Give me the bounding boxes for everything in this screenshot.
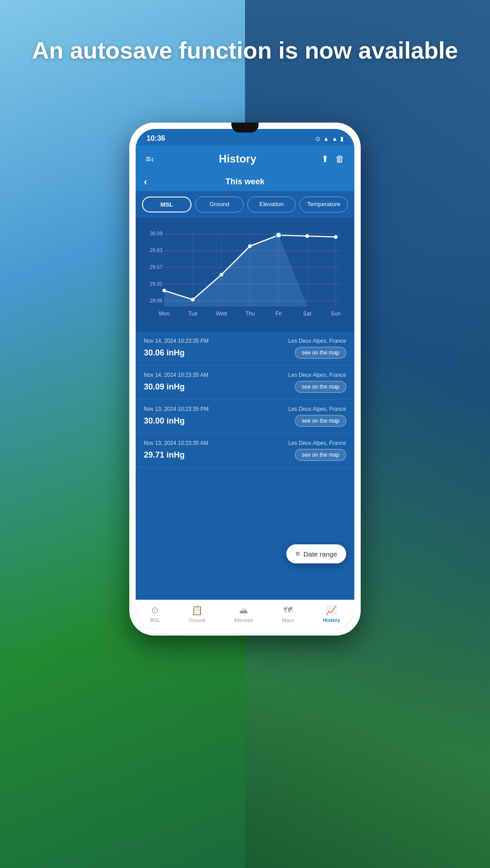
app-header: ≡‹ History ⬆ 🗑 bbox=[136, 145, 354, 173]
svg-text:29.06: 29.06 bbox=[150, 298, 162, 303]
svg-point-19 bbox=[220, 273, 223, 276]
maps-nav-icon: 🗺 bbox=[284, 605, 293, 616]
see-on-map-button[interactable]: see on the map bbox=[295, 381, 346, 393]
svg-point-22 bbox=[305, 234, 309, 238]
phone-screen: 10:36 ⊙ ▲ ▲ ▮ ≡‹ History ⬆ 🗑 ‹ bbox=[136, 129, 354, 629]
data-item-location: Les Deux Alpes, France bbox=[289, 440, 346, 446]
data-item-date: Nov 14, 2024 10:23:35 PM bbox=[144, 338, 209, 344]
history-nav-label: History bbox=[323, 617, 340, 623]
date-range-button[interactable]: ≡ Date range bbox=[286, 544, 346, 563]
week-back-button[interactable]: ‹ bbox=[144, 176, 147, 188]
data-item: Nov 14, 2024 10:23:35 AM Les Deux Alpes,… bbox=[136, 365, 354, 399]
filter-tabs: MSL Ground Elevation Temperature bbox=[136, 191, 354, 218]
svg-point-23 bbox=[334, 235, 338, 239]
data-item: Nov 14, 2024 10:23:35 PM Les Deux Alpes,… bbox=[136, 331, 354, 365]
msl-nav-icon: ⊙ bbox=[151, 605, 159, 616]
status-time: 10:36 bbox=[147, 134, 165, 143]
svg-text:Fri: Fri bbox=[275, 311, 282, 317]
battery-icon: ▮ bbox=[340, 135, 343, 142]
data-item-location: Les Deux Alpes, France bbox=[289, 338, 346, 344]
chart-area: 30.09 29.83 29.57 29.32 29.06 bbox=[136, 218, 354, 331]
see-on-map-button[interactable]: see on the map bbox=[295, 347, 346, 359]
header-actions: ⬆ 🗑 bbox=[321, 153, 344, 164]
svg-point-21 bbox=[276, 232, 281, 238]
nav-item-msl[interactable]: ⊙ MSL bbox=[150, 605, 160, 623]
svg-text:29.57: 29.57 bbox=[150, 264, 162, 270]
data-item-row1: Nov 14, 2024 10:23:35 PM Les Deux Alpes,… bbox=[144, 338, 346, 344]
data-item-date: Nov 14, 2024 10:23:35 AM bbox=[144, 372, 208, 378]
data-item-value: 30.00 inHg bbox=[144, 416, 185, 426]
data-item: Nov 13, 2024 10:23:35 AM Les Deux Alpes,… bbox=[136, 434, 354, 468]
nav-item-history[interactable]: 📈 History bbox=[323, 605, 340, 623]
tab-msl[interactable]: MSL bbox=[142, 197, 191, 212]
ground-nav-label: Ground bbox=[189, 617, 206, 623]
svg-point-20 bbox=[248, 244, 252, 248]
see-on-map-button[interactable]: see on the map bbox=[295, 415, 346, 427]
menu-icon[interactable]: ≡‹ bbox=[146, 154, 154, 164]
svg-text:Tue: Tue bbox=[188, 311, 198, 317]
data-item-value: 30.09 inHg bbox=[144, 382, 185, 392]
phone-frame: 10:36 ⊙ ▲ ▲ ▮ ≡‹ History ⬆ 🗑 ‹ bbox=[129, 123, 361, 636]
wifi-icon: ▲ bbox=[323, 135, 329, 142]
share-icon[interactable]: ⬆ bbox=[321, 153, 329, 164]
tab-temperature[interactable]: Temperature bbox=[299, 197, 348, 212]
data-item-value: 29.71 inHg bbox=[144, 450, 185, 460]
nav-item-altimeter[interactable]: ⛰ Altimeter bbox=[234, 605, 254, 623]
data-item-location: Les Deux Alpes, France bbox=[289, 406, 346, 412]
data-item-location: Les Deux Alpes, France bbox=[289, 372, 346, 378]
svg-text:Thu: Thu bbox=[245, 311, 255, 317]
svg-point-18 bbox=[191, 298, 195, 301]
delete-icon[interactable]: 🗑 bbox=[335, 154, 344, 164]
svg-text:30.09: 30.09 bbox=[150, 231, 162, 236]
phone-mockup: 10:36 ⊙ ▲ ▲ ▮ ≡‹ History ⬆ 🗑 ‹ bbox=[129, 123, 361, 636]
data-item-row2: 30.09 inHg see on the map bbox=[144, 381, 346, 393]
headline: An autosave function is now available bbox=[0, 36, 490, 64]
maps-nav-label: Maps bbox=[282, 617, 294, 623]
data-item-row1: Nov 13, 2024 10:23:35 AM Les Deux Alpes,… bbox=[144, 440, 346, 446]
filter-icon: ≡ bbox=[295, 550, 299, 558]
data-item: Nov 13, 2024 10:23:35 PM Les Deux Alpes,… bbox=[136, 399, 354, 434]
data-item-date: Nov 13, 2024 10:23:35 AM bbox=[144, 440, 208, 446]
msl-nav-label: MSL bbox=[150, 617, 160, 623]
data-list: Nov 14, 2024 10:23:35 PM Les Deux Alpes,… bbox=[136, 331, 354, 600]
see-on-map-button[interactable]: see on the map bbox=[295, 449, 346, 461]
chart-svg: 30.09 29.83 29.57 29.32 29.06 bbox=[142, 222, 348, 327]
date-range-label: Date range bbox=[304, 550, 337, 558]
nav-item-ground[interactable]: 📋 Ground bbox=[189, 605, 206, 623]
svg-point-17 bbox=[162, 289, 166, 292]
week-label: This week bbox=[225, 177, 265, 187]
history-nav-icon: 📈 bbox=[326, 605, 337, 616]
data-item-row2: 29.71 inHg see on the map bbox=[144, 449, 346, 461]
data-item-row2: 30.00 inHg see on the map bbox=[144, 415, 346, 427]
svg-text:Sat: Sat bbox=[303, 311, 312, 317]
data-item-row2: 30.06 inHg see on the map bbox=[144, 347, 346, 359]
phone-notch bbox=[231, 123, 259, 133]
status-icons: ⊙ ▲ ▲ ▮ bbox=[315, 135, 343, 142]
week-navigation: ‹ This week bbox=[136, 173, 354, 191]
svg-text:Mon: Mon bbox=[159, 311, 169, 317]
tab-elevation[interactable]: Elevation bbox=[247, 197, 296, 212]
header-title: History bbox=[219, 153, 256, 165]
signal-icon: ▲ bbox=[332, 135, 338, 142]
svg-text:Wed: Wed bbox=[216, 311, 227, 317]
data-item-date: Nov 13, 2024 10:23:35 PM bbox=[144, 406, 209, 412]
bottom-navigation: ⊙ MSL 📋 Ground ⛰ Altimeter 🗺 Maps 📈 bbox=[136, 600, 354, 629]
altimeter-nav-label: Altimeter bbox=[234, 617, 254, 623]
svg-text:Sun: Sun bbox=[331, 311, 340, 317]
ground-nav-icon: 📋 bbox=[191, 605, 203, 616]
tab-ground[interactable]: Ground bbox=[195, 197, 244, 212]
nav-item-maps[interactable]: 🗺 Maps bbox=[282, 605, 294, 623]
data-item-row1: Nov 13, 2024 10:23:35 PM Les Deux Alpes,… bbox=[144, 406, 346, 412]
svg-text:29.32: 29.32 bbox=[150, 281, 162, 286]
svg-text:29.83: 29.83 bbox=[150, 247, 162, 253]
data-item-row1: Nov 14, 2024 10:23:35 AM Les Deux Alpes,… bbox=[144, 372, 346, 378]
altimeter-nav-icon: ⛰ bbox=[239, 605, 248, 616]
location-icon: ⊙ bbox=[315, 135, 320, 142]
data-item-value: 30.06 inHg bbox=[144, 348, 185, 358]
